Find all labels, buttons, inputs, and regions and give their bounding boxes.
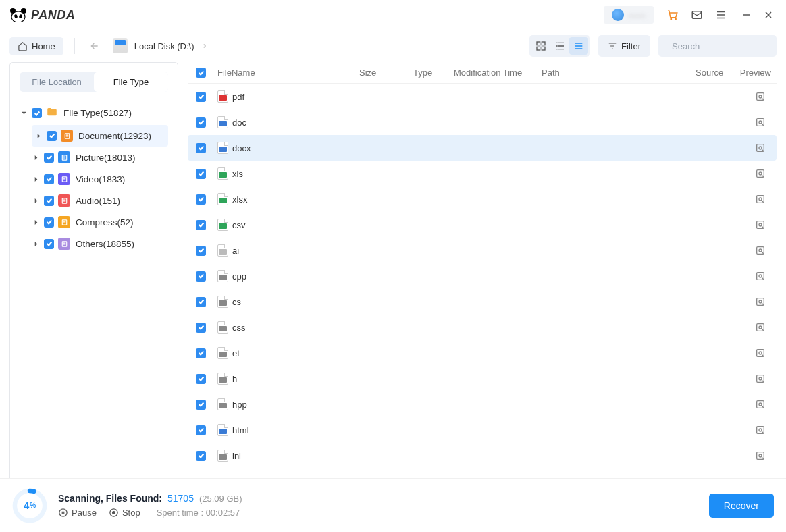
checkbox[interactable] [196,323,206,333]
checkbox[interactable] [196,92,206,102]
preview-icon[interactable] [748,194,768,205]
file-name: cs [232,297,748,307]
col-mod[interactable]: Modification Time [454,68,542,78]
checkbox[interactable] [196,374,206,384]
menu-icon[interactable] [714,7,729,22]
file-row[interactable]: docx [188,135,777,161]
mail-icon[interactable] [689,7,704,22]
checkbox[interactable] [196,169,206,179]
checkbox[interactable] [196,425,206,435]
col-path[interactable]: Path [542,68,696,78]
file-row[interactable]: csv [188,212,777,238]
disk-label[interactable]: Local Disk (D:\) [134,41,194,51]
checkbox[interactable] [44,196,54,206]
pause-button[interactable]: Pause [58,508,97,518]
file-row[interactable]: html [188,417,777,443]
tab-file-location[interactable]: File Location [20,72,94,92]
search-box[interactable] [658,35,777,57]
col-prev[interactable]: Preview [736,68,777,78]
category-icon [58,151,70,163]
tree-item-others[interactable]: Others(18855) [32,233,168,255]
status-footer: 4% Scanning, Files Found: 51705 (25.09 G… [0,478,786,532]
checkbox[interactable] [44,153,54,163]
checkbox[interactable] [32,108,42,118]
preview-icon[interactable] [748,271,768,282]
file-row[interactable]: ini [188,443,777,469]
preview-icon[interactable] [748,219,768,230]
back-button[interactable] [86,37,103,55]
minimize-button[interactable] [739,7,755,23]
checkbox[interactable] [196,143,206,153]
file-row[interactable]: xls [188,161,777,186]
preview-icon[interactable] [748,117,768,128]
checkbox[interactable] [47,131,57,141]
close-button[interactable] [760,7,777,23]
preview-icon[interactable] [748,142,768,153]
file-name: ini [232,451,748,461]
stop-button[interactable]: Stop [109,508,140,518]
tree-item-document[interactable]: Document(12923) [32,125,168,147]
tree-item-audio[interactable]: Audio(151) [32,190,168,211]
tree-root[interactable]: File Type(51827) [20,101,168,125]
col-name[interactable]: FileName [217,68,359,78]
checkbox[interactable] [44,217,54,228]
preview-icon[interactable] [748,348,768,358]
preview-icon[interactable] [748,373,768,384]
preview-icon[interactable] [748,450,768,461]
checkbox[interactable] [196,194,206,205]
file-row[interactable]: pdf [188,84,777,109]
checkbox[interactable] [196,271,206,282]
svg-point-32 [759,249,762,252]
col-type[interactable]: Type [413,68,454,78]
checkbox[interactable] [196,348,206,358]
user-name: ------ [628,10,646,20]
preview-icon[interactable] [748,322,768,333]
svg-point-36 [759,300,762,303]
checkbox[interactable] [196,220,206,230]
file-row[interactable]: hpp [188,392,777,417]
svg-point-24 [759,147,762,149]
checkbox[interactable] [196,400,206,410]
view-details-button[interactable] [550,37,569,55]
col-size[interactable]: Size [359,68,413,78]
filter-button[interactable]: Filter [598,35,650,57]
preview-icon[interactable] [748,425,768,435]
file-row[interactable]: ai [188,238,777,263]
checkbox[interactable] [196,297,206,307]
file-type-icon [217,373,232,385]
preview-icon[interactable] [748,91,768,102]
tree-item-picture[interactable]: Picture(18013) [32,147,168,168]
tree-item-video[interactable]: Video(1833) [32,168,168,190]
preview-icon[interactable] [748,168,768,179]
file-row[interactable]: css [188,315,777,340]
search-input[interactable] [672,41,785,51]
checkbox[interactable] [44,239,54,249]
tree-item-compress[interactable]: Compress(52) [32,211,168,233]
checkbox[interactable] [196,246,206,256]
col-src[interactable]: Source [696,68,736,78]
preview-icon[interactable] [748,399,768,410]
preview-icon[interactable] [748,296,768,307]
file-row[interactable]: h [188,366,777,392]
file-row[interactable]: et [188,340,777,366]
svg-point-46 [759,429,762,431]
home-button[interactable]: Home [9,37,63,55]
file-row[interactable]: cpp [188,263,777,289]
user-chip[interactable]: ------ [604,6,654,24]
recover-button[interactable]: Recover [709,494,774,518]
file-row[interactable]: doc [188,109,777,135]
checkbox[interactable] [196,117,206,128]
file-row[interactable]: cs [188,289,777,315]
file-name: xls [232,169,748,179]
preview-icon[interactable] [748,245,768,256]
checkbox[interactable] [44,174,54,184]
view-list-button[interactable] [569,37,588,55]
svg-rect-9 [542,42,545,45]
checkbox-all[interactable] [196,68,206,78]
tab-file-type[interactable]: File Type [94,72,168,92]
scan-status-title: Scanning, Files Found: [58,493,162,504]
checkbox[interactable] [196,451,206,461]
view-grid-button[interactable] [531,37,550,55]
file-row[interactable]: xlsx [188,186,777,212]
cart-icon[interactable] [665,7,680,22]
